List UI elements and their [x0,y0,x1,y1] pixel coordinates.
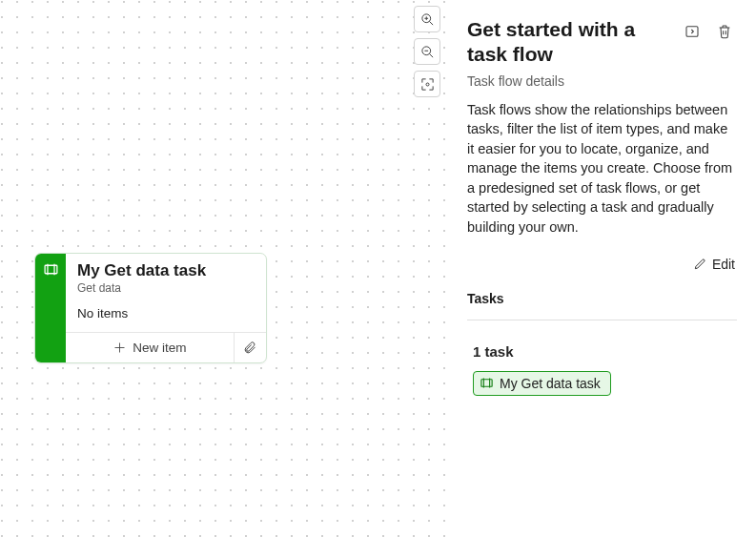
zoom-out-button[interactable] [414,38,440,65]
svg-line-5 [429,53,433,57]
edit-button[interactable]: Edit [691,253,737,276]
open-in-panel-button[interactable] [680,19,705,44]
zoom-out-icon [420,45,435,59]
svg-rect-16 [481,380,492,387]
fit-to-screen-button[interactable] [414,71,440,97]
panel-subtitle: Task flow details [467,73,737,89]
attach-icon [243,341,257,355]
svg-rect-8 [45,265,57,274]
trash-icon [717,24,732,39]
new-item-button[interactable]: New item [66,333,234,362]
panel-title: Get started with a task flow [467,17,672,68]
task-chip[interactable]: My Get data task [473,371,611,396]
details-panel: Get started with a task flow Task flow d… [446,0,756,537]
plus-icon [112,341,127,355]
task-type-icon [43,261,59,278]
task-chip-label: My Get data task [500,376,601,391]
fit-screen-icon [420,77,435,92]
zoom-controls [414,6,440,97]
zoom-in-button[interactable] [414,6,440,32]
task-card[interactable]: My Get data task Get data No items New i… [34,253,267,363]
zoom-in-icon [420,12,435,27]
task-card-stripe [35,254,66,362]
pencil-icon [693,258,706,271]
task-type-icon [480,376,494,390]
task-flow-canvas[interactable]: My Get data task Get data No items New i… [0,0,446,537]
svg-point-7 [426,83,429,86]
attach-item-button[interactable] [234,333,266,362]
panel-description: Task flows show the relationships betwee… [467,100,737,238]
new-item-label: New item [133,341,186,355]
task-card-subtitle: Get data [77,281,255,295]
task-card-body: My Get data task Get data No items New i… [66,254,266,362]
svg-line-1 [429,21,433,25]
tasks-section-label: Tasks [467,291,737,320]
svg-rect-13 [686,27,698,37]
delete-button[interactable] [712,19,737,44]
task-card-empty-text: No items [77,306,255,320]
task-card-title: My Get data task [77,261,255,280]
edit-label: Edit [712,257,735,272]
open-panel-icon [684,24,700,39]
task-count: 1 task [473,343,737,360]
